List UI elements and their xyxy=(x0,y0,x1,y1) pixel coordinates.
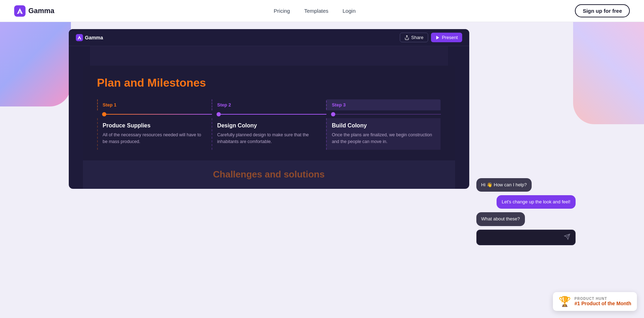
step-1-dot xyxy=(102,112,106,116)
svg-rect-1 xyxy=(18,12,22,13)
step-1-label: Step 1 xyxy=(103,102,207,110)
ph-badge-text: PRODUCT HUNT #1 Product of the Month xyxy=(575,297,631,306)
trophy-icon: 🏆 xyxy=(559,296,571,307)
gamma-logo-icon xyxy=(14,5,26,17)
share-button[interactable]: Share xyxy=(400,33,428,42)
step-2-timeline xyxy=(212,110,326,118)
window-actions: Share Present xyxy=(400,33,462,42)
step-3-timeline xyxy=(326,110,441,118)
chat-send-button[interactable] xyxy=(564,234,570,241)
window-logo: Gamma xyxy=(76,34,103,41)
step-1-timeline xyxy=(97,110,212,118)
chat-message-2: What about these? xyxy=(476,212,525,226)
step-1-name: Produce Supplies xyxy=(103,122,207,129)
step-1-body: Produce Supplies All of the necessary re… xyxy=(97,118,212,150)
share-icon xyxy=(404,35,409,40)
play-icon xyxy=(435,35,440,40)
logo[interactable]: Gamma xyxy=(14,5,54,17)
svg-marker-3 xyxy=(436,35,439,39)
chat-input[interactable] xyxy=(482,235,561,240)
send-icon xyxy=(564,234,570,240)
presentation-window: Gamma Share Present xyxy=(69,29,469,189)
slide-title: Plan and Milestones xyxy=(97,76,441,89)
chat-message-1: Let's change up the look and feel! xyxy=(497,195,575,209)
nav-links: Pricing Templates Login xyxy=(274,8,355,14)
step-2-dot xyxy=(217,112,221,116)
window-topbar: Gamma Share Present xyxy=(69,29,469,46)
step-1-column: Step 1 Produce Supplies All of the neces… xyxy=(97,99,212,150)
slide-preview-top xyxy=(90,46,448,66)
slide-below: Challenges and solutions xyxy=(83,160,455,189)
step-3-dot xyxy=(331,112,335,116)
step-3-line xyxy=(335,114,441,115)
step-3-label: Step 3 xyxy=(332,102,436,110)
chat-message-0: Hi 👋 How can I help? xyxy=(476,178,532,192)
steps-container: Step 1 Produce Supplies All of the neces… xyxy=(97,99,441,150)
step-3-desc: Once the plans are finalized, we begin c… xyxy=(332,132,436,146)
step-1-header: Step 1 xyxy=(97,99,212,110)
share-label: Share xyxy=(411,35,424,40)
step-2-desc: Carefully planned design to make sure th… xyxy=(217,132,321,146)
present-label: Present xyxy=(442,35,458,40)
ph-label: PRODUCT HUNT xyxy=(575,297,631,301)
nav-login[interactable]: Login xyxy=(343,8,356,14)
chat-panel: Hi 👋 How can I help? Let's change up the… xyxy=(476,29,576,245)
main-content: Gamma Share Present xyxy=(0,22,644,252)
step-2-body: Design Colony Carefully planned design t… xyxy=(212,118,326,150)
step-1-line xyxy=(104,114,212,115)
step-3-body: Build Colony Once the plans are finalize… xyxy=(326,118,441,150)
signup-button[interactable]: Sign up for free xyxy=(575,4,630,17)
product-hunt-badge[interactable]: 🏆 PRODUCT HUNT #1 Product of the Month xyxy=(553,292,637,311)
step-2-name: Design Colony xyxy=(217,122,321,129)
step-2-label: Step 2 xyxy=(217,102,321,110)
ph-main: #1 Product of the Month xyxy=(575,301,631,306)
chat-input-area xyxy=(476,230,576,245)
step-1-desc: All of the necessary resources needed wi… xyxy=(103,132,207,146)
slide-main: Plan and Milestones Step 1 Produce Suppl… xyxy=(83,66,455,160)
nav-pricing[interactable]: Pricing xyxy=(274,8,290,14)
step-3-header: Step 3 xyxy=(326,99,441,110)
step-2-line xyxy=(219,114,326,115)
present-button[interactable]: Present xyxy=(431,33,462,42)
step-3-name: Build Colony xyxy=(332,122,436,129)
slide-below-title: Challenges and solutions xyxy=(213,169,325,180)
navbar: Gamma Pricing Templates Login Sign up fo… xyxy=(0,0,644,22)
step-2-column: Step 2 Design Colony Carefully planned d… xyxy=(212,99,326,150)
window-logo-text: Gamma xyxy=(85,35,103,40)
nav-templates[interactable]: Templates xyxy=(304,8,328,14)
step-2-header: Step 2 xyxy=(212,99,326,110)
nav-right: Sign up for free xyxy=(575,4,630,17)
step-3-column: Step 3 Build Colony Once the plans are f… xyxy=(326,99,441,150)
window-logo-icon xyxy=(76,34,83,41)
logo-text: Gamma xyxy=(28,7,54,15)
